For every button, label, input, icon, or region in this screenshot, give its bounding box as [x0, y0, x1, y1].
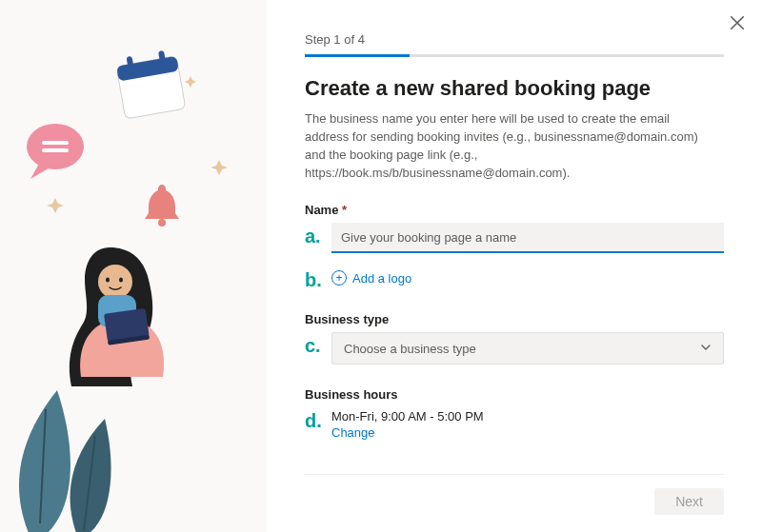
business-hours-value: Mon-Fri, 9:00 AM - 5:00 PM	[331, 409, 724, 424]
annotation-b: b.	[305, 266, 331, 293]
svg-marker-1	[211, 160, 228, 175]
form-panel: Step 1 of 4 Create a new shared booking …	[267, 0, 762, 532]
plus-circle-icon: +	[331, 270, 347, 286]
dialog-footer: Next	[305, 474, 724, 532]
close-button[interactable]	[728, 13, 747, 32]
page-description: The business name you enter here will be…	[305, 110, 714, 182]
annotation-c: c.	[305, 332, 331, 359]
name-input[interactable]	[331, 223, 724, 253]
svg-marker-2	[185, 76, 196, 88]
business-type-label: Business type	[305, 312, 724, 326]
svg-point-7	[27, 124, 84, 169]
annotation-d: d.	[305, 407, 331, 434]
business-hours-label: Business hours	[305, 387, 724, 402]
progress-bar	[305, 54, 724, 57]
illustration-panel	[0, 0, 267, 532]
svg-point-16	[106, 278, 110, 283]
chevron-down-icon	[700, 342, 712, 356]
add-logo-button[interactable]: + Add a logo	[331, 266, 411, 289]
step-indicator: Step 1 of 4	[305, 32, 724, 47]
change-hours-link[interactable]: Change	[331, 425, 375, 440]
name-label: Name *	[305, 203, 724, 217]
business-type-placeholder: Choose a business type	[344, 342, 476, 356]
add-logo-label: Add a logo	[352, 271, 411, 286]
close-icon	[728, 13, 747, 32]
next-button[interactable]: Next	[654, 488, 724, 515]
svg-point-11	[158, 219, 166, 227]
svg-point-17	[119, 278, 123, 283]
business-type-select[interactable]: Choose a business type	[331, 332, 724, 365]
svg-rect-10	[42, 148, 69, 152]
page-title: Create a new shared booking page	[305, 76, 724, 101]
svg-rect-9	[42, 141, 69, 145]
annotation-a: a.	[305, 223, 331, 249]
svg-point-12	[98, 265, 132, 299]
svg-marker-0	[47, 198, 64, 213]
